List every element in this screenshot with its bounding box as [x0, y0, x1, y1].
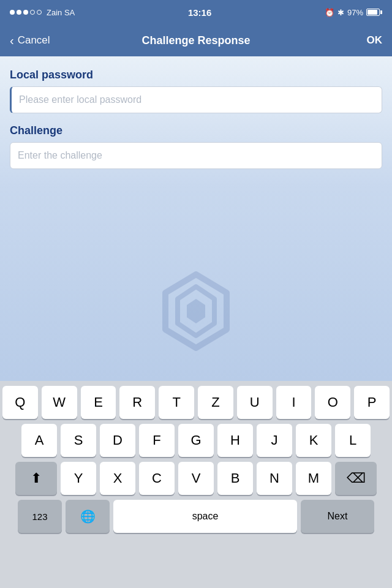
back-button[interactable]: ‹ Cancel: [10, 34, 50, 48]
ok-button[interactable]: OK: [367, 34, 383, 47]
key-n[interactable]: N: [257, 462, 292, 495]
keyboard-row-1: Q W E R T Z U I O P: [2, 386, 390, 419]
backspace-icon: ⌫: [347, 470, 366, 486]
key-t[interactable]: T: [159, 386, 194, 419]
battery-icon: [366, 9, 382, 16]
signal-dots: [10, 10, 42, 15]
nav-bar: ‹ Cancel Challenge Response OK: [0, 24, 392, 56]
battery-percent: 97%: [347, 8, 363, 17]
key-r[interactable]: R: [119, 386, 155, 419]
globe-button[interactable]: 🌐: [66, 500, 110, 533]
key-q[interactable]: Q: [2, 386, 38, 419]
key-d[interactable]: D: [100, 424, 135, 457]
key-u[interactable]: U: [237, 386, 273, 419]
key-a[interactable]: A: [21, 424, 57, 457]
shift-button[interactable]: ⬆: [15, 462, 57, 495]
status-time: 13:16: [188, 7, 211, 18]
key-l[interactable]: L: [335, 424, 371, 457]
status-bar: Zain SA 13:16 ⏰ ✱ 97%: [0, 0, 392, 24]
svg-marker-2: [187, 299, 205, 323]
key-m[interactable]: M: [296, 462, 331, 495]
local-password-label: Local password: [10, 69, 382, 81]
key-v[interactable]: V: [178, 462, 214, 495]
key-g[interactable]: G: [178, 424, 214, 457]
key-s[interactable]: S: [61, 424, 96, 457]
keyboard: Q W E R T Z U I O P A S D F G H J K L ⬆ …: [0, 381, 392, 588]
content-area: Local password Challenge: [0, 56, 392, 381]
bluetooth-icon: ✱: [337, 8, 344, 17]
keyboard-row-4: 123 🌐 space Next: [2, 500, 390, 533]
globe-icon: 🌐: [80, 509, 96, 524]
alarm-icon: ⏰: [325, 8, 334, 17]
keyboard-row-2: A S D F G H J K L: [2, 424, 390, 457]
key-k[interactable]: K: [296, 424, 331, 457]
key-p[interactable]: P: [354, 386, 390, 419]
dot-4: [30, 10, 35, 15]
back-chevron-icon: ‹: [10, 34, 14, 48]
numbers-button[interactable]: 123: [18, 500, 62, 533]
key-z[interactable]: Z: [198, 386, 233, 419]
key-f[interactable]: F: [139, 424, 175, 457]
key-h[interactable]: H: [217, 424, 253, 457]
key-y[interactable]: Y: [61, 462, 96, 495]
space-button[interactable]: space: [113, 500, 297, 533]
key-w[interactable]: W: [42, 386, 77, 419]
dot-3: [23, 10, 28, 15]
local-password-input[interactable]: [10, 86, 382, 113]
dot-5: [37, 10, 42, 15]
next-label: Next: [328, 511, 348, 522]
nav-title: Challenge Response: [141, 34, 250, 47]
back-label: Cancel: [18, 34, 50, 47]
keyboard-row-3: ⬆ Y X C V B N M ⌫: [2, 462, 390, 495]
watermark-logo: [147, 268, 245, 369]
key-o[interactable]: O: [315, 386, 350, 419]
backspace-button[interactable]: ⌫: [335, 462, 377, 495]
shift-icon: ⬆: [31, 470, 42, 486]
key-x[interactable]: X: [100, 462, 135, 495]
status-right: ⏰ ✱ 97%: [325, 8, 382, 17]
next-button[interactable]: Next: [301, 500, 374, 533]
dot-2: [17, 10, 21, 15]
numbers-label: 123: [32, 511, 47, 522]
key-e[interactable]: E: [81, 386, 116, 419]
key-c[interactable]: C: [139, 462, 175, 495]
key-b[interactable]: B: [217, 462, 253, 495]
challenge-label: Challenge: [10, 124, 382, 137]
carrier-label: Zain SA: [47, 8, 75, 17]
space-label: space: [192, 511, 219, 522]
challenge-input[interactable]: [10, 142, 382, 169]
key-i[interactable]: I: [276, 386, 312, 419]
key-j[interactable]: J: [257, 424, 292, 457]
status-left: Zain SA: [10, 8, 75, 17]
dot-1: [10, 10, 15, 15]
